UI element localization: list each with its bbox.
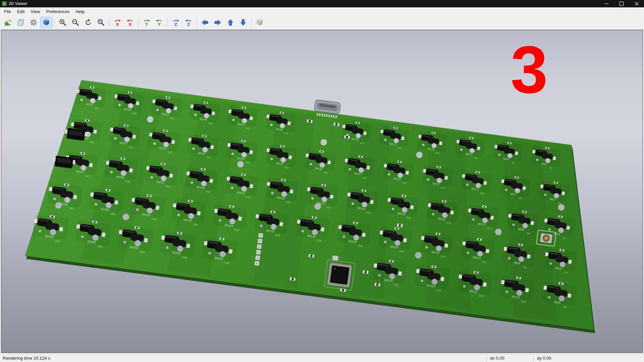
svg-text:D7: D7 [519,197,522,200]
svg-text:D5: D5 [563,305,567,309]
svg-text:X: X [129,22,132,27]
svg-text:D4: D4 [564,271,568,274]
zoom-in-icon [59,18,67,26]
zoom-to-fit-button[interactable] [95,17,107,28]
minimize-button[interactable] [599,0,614,7]
menu-item-edit[interactable]: Edit [14,8,28,15]
render-3d-view-icon [42,18,50,26]
menubar: FileEditViewPreferencesHelp [0,7,644,15]
move-down-button[interactable] [237,17,249,28]
rotate-y-cw-button[interactable]: Y [141,17,153,28]
rotate-x-ccw-icon: X [126,18,134,26]
svg-text:D17: D17 [441,187,445,190]
rotate-x-cw-button[interactable]: X [111,17,123,28]
rendering-time-text: Rendering time 10.124 s [0,356,50,361]
mounting-hole [415,252,421,258]
redraw-button[interactable] [82,17,94,28]
orthographic-view-icon [256,18,264,26]
rotate-y-cw-icon: Y [143,18,151,26]
mounting-hole [123,214,129,220]
render-options-icon [30,18,38,26]
minimize-icon [603,0,610,7]
maximize-button[interactable] [614,0,629,7]
rotate-y-ccw-button[interactable]: Y [153,17,165,28]
svg-text:D53: D53 [165,185,170,188]
svg-text:D8: D8 [527,232,530,235]
svg-text:D61: D61 [94,107,99,110]
svg-text:D19: D19 [440,255,445,259]
menu-item-help[interactable]: Help [72,8,88,15]
close-button[interactable] [629,0,644,7]
svg-text:Z: Z [174,22,177,27]
svg-text:D56: D56 [132,112,137,115]
render-options-button[interactable] [28,17,40,28]
maximize-icon [618,0,625,7]
svg-text:D18: D18 [446,221,451,225]
copy-image-icon [17,18,25,26]
mounting-hole [495,229,501,235]
header-pin [258,239,263,244]
toolbar-separator [54,18,55,27]
move-right-icon [214,18,222,26]
svg-text:D38: D38 [286,200,291,204]
svg-text:Z: Z [187,22,190,27]
rotate-z-ccw-icon: Z [184,18,193,26]
toolbar-separator [109,18,109,27]
svg-text:D37: D37 [284,166,289,170]
rotate-z-cw-icon: Z [172,18,180,26]
move-left-button[interactable] [199,17,211,28]
mounting-hole [321,139,327,145]
svg-text:D2: D2 [558,202,561,204]
3d-viewer-window: 3D Viewer FileEditViewPreferencesHelp XX… [0,0,644,362]
svg-text:D3: D3 [562,236,566,240]
mounting-hole [237,161,244,167]
rotate-z-cw-button[interactable]: Z [170,17,182,28]
mounting-hole [416,152,422,158]
svg-text:D13: D13 [486,227,491,230]
svg-text:D43: D43 [246,195,251,199]
zoom-out-icon [71,18,79,26]
toolbar-separator [167,18,168,27]
render-3d-view-button[interactable] [40,17,52,28]
svg-text:D42: D42 [246,161,250,165]
orthographic-view-button[interactable] [254,17,266,28]
header-pin [258,233,263,238]
header-pin [257,244,262,249]
toolbar-separator [197,18,197,27]
svg-text:D33: D33 [326,206,331,209]
move-right-button[interactable] [212,17,224,28]
svg-text:D57: D57 [128,145,133,149]
close-icon [633,0,640,7]
header-pin [256,250,261,255]
svg-text:D1: D1 [549,166,552,169]
zoom-in-button[interactable] [57,17,69,28]
svg-text:Y: Y [145,22,148,27]
annotation-number: 3 [511,36,548,103]
rotate-y-ccw-icon: Y [155,18,163,26]
window-controls [599,0,644,7]
menu-item-file[interactable]: File [1,8,14,15]
window-title: 3D Viewer [9,1,27,6]
svg-text:D27: D27 [363,176,367,180]
svg-text:D65: D65 [55,239,60,243]
move-up-button[interactable] [224,17,236,28]
svg-text:Y: Y [158,22,161,27]
status-dx: dx 0.00 [486,354,533,362]
rotate-z-ccw-button[interactable]: Z [182,17,195,28]
svg-text:D52: D52 [167,151,172,155]
menu-item-view[interactable]: View [28,8,43,15]
menu-item-preferences[interactable]: Preferences [43,8,72,15]
header-pin [255,261,260,266]
svg-text:D9: D9 [523,266,527,269]
rotate-x-cw-icon: X [113,18,121,26]
3d-viewport[interactable]: MX61 D61 MX56 D56 MX51 [1,30,643,353]
svg-text:D12: D12 [480,192,484,195]
reload-board-button[interactable] [2,17,14,28]
svg-text:D28: D28 [366,211,371,215]
header-pin [255,255,260,260]
copy-image-button[interactable] [15,17,27,28]
rotate-x-ccw-button[interactable]: X [124,17,136,28]
svg-text:D60: D60 [97,245,103,249]
zoom-out-button[interactable] [69,17,82,28]
svg-text:D23: D23 [406,216,411,220]
